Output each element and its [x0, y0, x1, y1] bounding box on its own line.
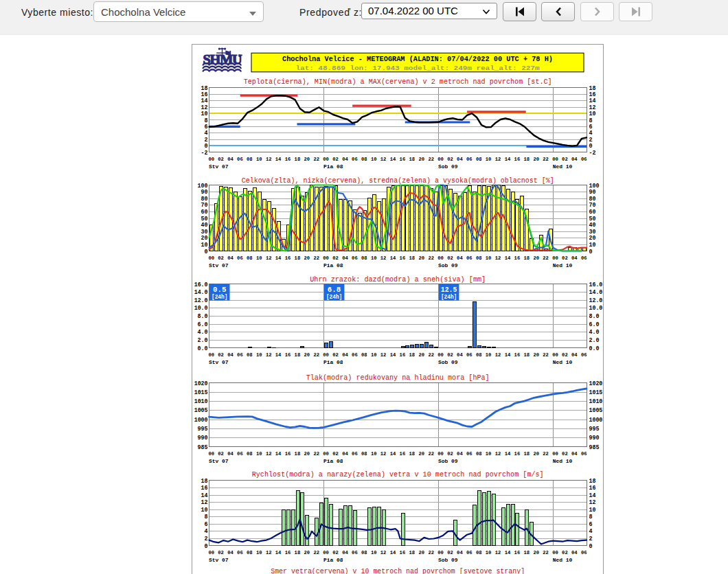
svg-text:Sob 09: Sob 09	[438, 458, 458, 464]
svg-text:20: 20	[419, 352, 425, 358]
svg-text:[24h]: [24h]	[212, 294, 227, 301]
svg-text:18: 18	[589, 478, 596, 485]
svg-text:4.0: 4.0	[198, 329, 208, 336]
svg-text:22: 22	[428, 157, 434, 162]
svg-text:70: 70	[589, 202, 596, 209]
svg-text:00: 00	[437, 550, 444, 555]
svg-text:08: 08	[476, 255, 482, 261]
svg-text:10: 10	[486, 352, 492, 358]
svg-text:22: 22	[543, 352, 549, 358]
svg-text:60: 60	[589, 209, 596, 216]
svg-text:10.0: 10.0	[589, 305, 603, 312]
svg-text:08: 08	[476, 451, 482, 457]
svg-text:14: 14	[275, 550, 282, 555]
svg-text:20: 20	[419, 451, 425, 457]
svg-text:08: 08	[476, 550, 482, 555]
svg-text:20: 20	[533, 255, 539, 261]
svg-text:06: 06	[466, 550, 473, 555]
svg-text:04: 04	[571, 550, 578, 555]
svg-text:1000: 1000	[589, 417, 603, 424]
svg-text:14: 14	[390, 255, 396, 261]
svg-text:16: 16	[400, 157, 406, 162]
svg-text:08: 08	[247, 451, 253, 457]
svg-text:02: 02	[218, 550, 224, 555]
svg-text:06: 06	[237, 550, 243, 555]
svg-text:2.0: 2.0	[198, 337, 208, 344]
svg-text:18: 18	[524, 550, 530, 555]
svg-text:lat: 48.869 lon: 17.943 mo: lat: 48.869 lon: 17.943 model_alt: 249m …	[296, 65, 540, 72]
svg-text:14: 14	[505, 157, 511, 162]
svg-text:16.0: 16.0	[194, 282, 208, 288]
svg-text:[24h]: [24h]	[326, 294, 342, 301]
svg-text:8: 8	[589, 514, 593, 520]
svg-text:10: 10	[371, 255, 377, 261]
svg-text:14: 14	[201, 492, 208, 499]
svg-text:12.5: 12.5	[441, 286, 457, 294]
svg-text:22: 22	[543, 255, 549, 261]
svg-text:18: 18	[524, 352, 530, 358]
svg-text:08: 08	[361, 451, 367, 457]
svg-text:12: 12	[266, 157, 272, 162]
svg-text:20: 20	[304, 255, 310, 261]
svg-text:00: 00	[208, 550, 214, 555]
svg-text:10: 10	[371, 157, 377, 162]
svg-text:10.0: 10.0	[194, 305, 208, 312]
svg-text:04: 04	[342, 352, 348, 358]
svg-text:0: 0	[205, 543, 208, 550]
svg-text:8.0: 8.0	[198, 313, 208, 320]
svg-text:12: 12	[201, 499, 208, 506]
svg-text:00: 00	[437, 352, 444, 358]
svg-text:[24h]: [24h]	[441, 294, 457, 301]
svg-text:1020: 1020	[194, 380, 208, 387]
svg-text:08: 08	[247, 157, 253, 162]
svg-text:00: 00	[552, 157, 558, 162]
svg-text:04: 04	[342, 157, 348, 162]
svg-text:10: 10	[486, 451, 492, 457]
svg-text:06: 06	[237, 157, 243, 162]
svg-text:08: 08	[247, 255, 253, 261]
svg-text:100: 100	[589, 183, 600, 190]
svg-text:18: 18	[409, 451, 416, 457]
svg-text:40: 40	[589, 222, 596, 229]
svg-text:22: 22	[313, 352, 319, 358]
svg-text:18: 18	[409, 157, 416, 162]
svg-text:Chocholna Velcice - METEOGRAM: Chocholna Velcice - METEOGRAM (ALADIN: 0…	[282, 55, 553, 63]
svg-text:Sob 09: Sob 09	[438, 557, 458, 563]
svg-text:1020: 1020	[589, 380, 603, 387]
svg-text:985: 985	[589, 444, 600, 451]
svg-text:04: 04	[457, 352, 463, 358]
svg-text:14.0: 14.0	[589, 289, 603, 296]
svg-text:10: 10	[256, 157, 262, 162]
svg-text:20: 20	[304, 352, 310, 358]
svg-text:06: 06	[581, 157, 587, 162]
svg-text:6.0: 6.0	[589, 321, 600, 328]
svg-text:18: 18	[295, 255, 301, 261]
svg-text:1005: 1005	[589, 407, 603, 414]
svg-text:04: 04	[227, 550, 234, 555]
svg-text:14: 14	[505, 255, 511, 261]
svg-text:06: 06	[466, 352, 473, 358]
svg-text:Sob 09: Sob 09	[438, 262, 458, 268]
svg-text:10: 10	[589, 242, 596, 249]
svg-text:20: 20	[589, 235, 596, 242]
svg-text:08: 08	[247, 550, 253, 555]
svg-text:00: 00	[323, 451, 329, 457]
svg-text:02: 02	[332, 352, 339, 358]
svg-text:06: 06	[581, 451, 587, 457]
svg-text:16: 16	[285, 157, 291, 162]
svg-text:04: 04	[457, 157, 463, 162]
svg-text:12: 12	[495, 451, 501, 457]
svg-text:50: 50	[201, 216, 208, 222]
svg-text:80: 80	[201, 196, 208, 203]
svg-text:02: 02	[332, 451, 339, 457]
svg-text:14: 14	[505, 352, 511, 358]
svg-text:06: 06	[352, 550, 358, 555]
svg-text:00: 00	[323, 157, 329, 162]
svg-text:20: 20	[419, 550, 425, 555]
svg-text:08: 08	[361, 255, 367, 261]
svg-text:16: 16	[285, 352, 291, 358]
svg-text:10: 10	[589, 507, 596, 514]
svg-text:Ned 10: Ned 10	[553, 163, 573, 170]
svg-text:08: 08	[476, 352, 482, 358]
svg-text:16: 16	[514, 550, 521, 555]
